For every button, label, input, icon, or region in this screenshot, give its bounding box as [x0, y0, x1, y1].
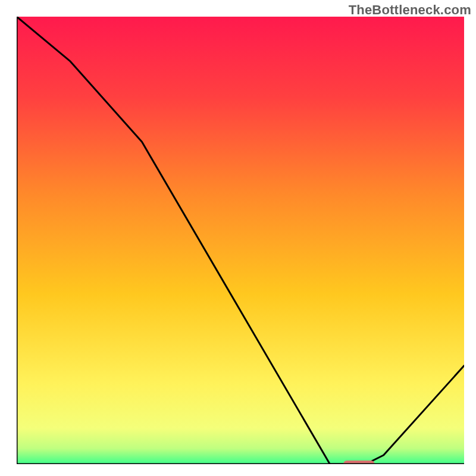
chart-background [17, 17, 464, 464]
watermark-text: TheBottleneck.com [349, 2, 471, 18]
bottleneck-chart [17, 17, 464, 464]
